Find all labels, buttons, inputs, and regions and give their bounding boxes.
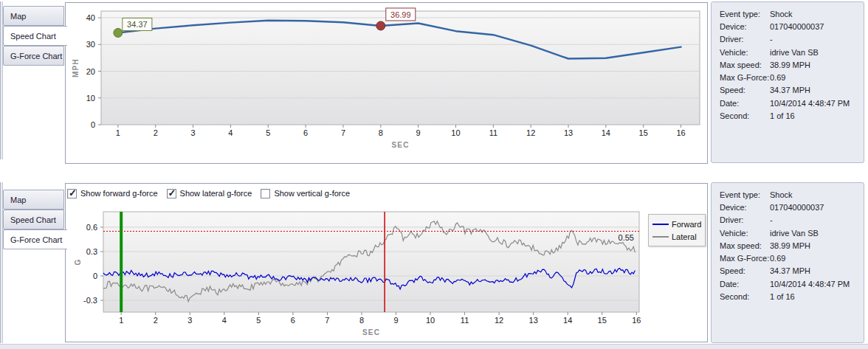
- tab-label: Speed Chart: [10, 32, 56, 41]
- info-value: 0.69: [770, 73, 864, 82]
- svg-text:0: 0: [93, 272, 97, 280]
- svg-text:8: 8: [379, 128, 383, 137]
- info-row: Device:017040000037: [712, 20, 864, 32]
- svg-text:15: 15: [598, 316, 607, 325]
- info-value: 10/4/2014 4:48:47 PM: [770, 280, 864, 288]
- svg-text:16: 16: [676, 128, 685, 137]
- info-label: Max speed:: [720, 61, 770, 69]
- info-label: Max speed:: [720, 241, 770, 250]
- tab-label: Map: [10, 196, 26, 204]
- gforce-panel: Map Speed Chart G-Force Chart Show forwa…: [0, 181, 868, 349]
- info-label: Second:: [720, 111, 770, 120]
- checkbox-forward-gforce[interactable]: [67, 189, 77, 198]
- speed-chart: 01020304012345678910111213141516SECMPH34…: [66, 3, 707, 163]
- svg-text:7: 7: [341, 128, 345, 137]
- svg-text:2: 2: [154, 316, 158, 325]
- svg-text:15: 15: [639, 128, 648, 137]
- gforce-chart-container: Show forward g-force Show lateral g-forc…: [65, 183, 708, 342]
- svg-text:16: 16: [632, 316, 641, 325]
- info-value: 34.37 MPH: [770, 266, 864, 275]
- svg-text:1: 1: [116, 128, 120, 137]
- svg-text:-0.3: -0.3: [83, 296, 97, 305]
- checkbox-label: Show forward g-force: [80, 189, 158, 198]
- tab-map[interactable]: Map: [3, 6, 64, 26]
- svg-text:0: 0: [91, 120, 95, 129]
- forward-gforce-option[interactable]: Show forward g-force: [67, 189, 158, 198]
- tab-map[interactable]: Map: [3, 190, 64, 210]
- info-label: Max G-Force:: [720, 73, 770, 82]
- svg-text:G: G: [74, 259, 82, 266]
- info-label: Second:: [720, 292, 770, 301]
- svg-text:10: 10: [451, 128, 460, 137]
- info-row: Second:1 of 16: [712, 290, 864, 303]
- svg-text:20: 20: [86, 67, 95, 76]
- legend-item-lateral: Lateral: [652, 230, 701, 243]
- info-row: Event type:Shock: [712, 7, 864, 20]
- info-row: Max speed:38.99 MPH: [712, 58, 864, 71]
- svg-text:9: 9: [393, 316, 398, 325]
- info-label: Device:: [720, 203, 770, 212]
- lateral-gforce-option[interactable]: Show lateral g-force: [167, 189, 252, 198]
- info-row: Max G-Force:0.69: [712, 71, 864, 83]
- info-value: 0.69: [770, 254, 864, 263]
- svg-text:11: 11: [489, 128, 497, 137]
- info-row: Max speed:38.99 MPH: [712, 239, 864, 252]
- info-label: Event type:: [720, 10, 770, 18]
- svg-text:36.99: 36.99: [390, 10, 411, 19]
- event-viewer-app: Map Speed Chart G-Force Chart 0102030401…: [0, 0, 868, 349]
- info-label: Vehicle:: [720, 229, 770, 238]
- info-value: 1 of 16: [770, 111, 864, 120]
- tab-label: Speed Chart: [10, 215, 56, 224]
- tab-gforce-chart[interactable]: G-Force Chart: [3, 229, 67, 249]
- legend-item-forward: Forward: [652, 218, 701, 230]
- svg-text:5: 5: [256, 316, 261, 325]
- tab-speed-chart[interactable]: Speed Chart: [3, 26, 67, 46]
- svg-text:SEC: SEC: [362, 328, 380, 336]
- svg-text:12: 12: [526, 128, 535, 137]
- info-value: Shock: [770, 10, 864, 18]
- svg-text:0.6: 0.6: [86, 223, 97, 232]
- info-value: 10/4/2014 4:48:47 PM: [770, 99, 864, 108]
- vertical-gforce-option[interactable]: Show vertical g-force: [261, 189, 350, 198]
- event-info-panel: Event type:Shock Device:017040000037 Dri…: [711, 1, 864, 163]
- legend-label: Lateral: [672, 232, 697, 241]
- info-row: Second:1 of 16: [712, 109, 864, 122]
- svg-text:0.55: 0.55: [619, 233, 634, 242]
- svg-text:6: 6: [303, 128, 308, 137]
- svg-text:6: 6: [291, 316, 295, 325]
- svg-text:4: 4: [222, 316, 227, 325]
- svg-text:40: 40: [86, 13, 95, 22]
- checkbox-vertical-gforce[interactable]: [261, 189, 270, 198]
- checkbox-lateral-gforce[interactable]: [167, 189, 176, 198]
- info-label: Event type:: [720, 190, 770, 199]
- info-row: Date:10/4/2014 4:48:47 PM: [712, 97, 864, 109]
- tab-label: G-Force Chart: [10, 235, 62, 244]
- info-row: Max G-Force:0.69: [712, 252, 864, 264]
- info-label: Speed:: [720, 86, 770, 94]
- event-info-panel: Event type:Shock Device:017040000037 Dri…: [711, 182, 864, 343]
- info-label: Date:: [720, 99, 770, 108]
- info-label: Driver:: [720, 35, 770, 44]
- svg-text:13: 13: [564, 128, 573, 137]
- info-label: Speed:: [720, 266, 770, 275]
- tab-label: G-Force Chart: [10, 52, 62, 61]
- svg-text:10: 10: [86, 94, 95, 103]
- svg-text:13: 13: [529, 316, 538, 325]
- info-row: Speed:34.37 MPH: [712, 265, 864, 277]
- svg-text:0.3: 0.3: [86, 247, 97, 256]
- info-value: 34.37 MPH: [770, 86, 864, 94]
- info-row: Vehicle:idrive Van SB: [712, 46, 864, 58]
- svg-text:1: 1: [119, 316, 123, 325]
- svg-text:3: 3: [191, 128, 196, 137]
- info-row: Device:017040000037: [712, 201, 864, 213]
- svg-text:5: 5: [266, 128, 270, 137]
- info-label: Max G-Force:: [720, 254, 770, 263]
- info-value: idrive Van SB: [770, 48, 864, 57]
- tab-speed-chart[interactable]: Speed Chart: [3, 210, 64, 229]
- info-value: 38.99 MPH: [770, 61, 864, 69]
- tab-gforce-chart[interactable]: G-Force Chart: [3, 46, 64, 66]
- gforce-options: Show forward g-force Show lateral g-forc…: [67, 185, 359, 201]
- svg-text:14: 14: [602, 128, 610, 137]
- tab-label: Map: [10, 12, 26, 21]
- info-row: Event type:Shock: [712, 188, 864, 201]
